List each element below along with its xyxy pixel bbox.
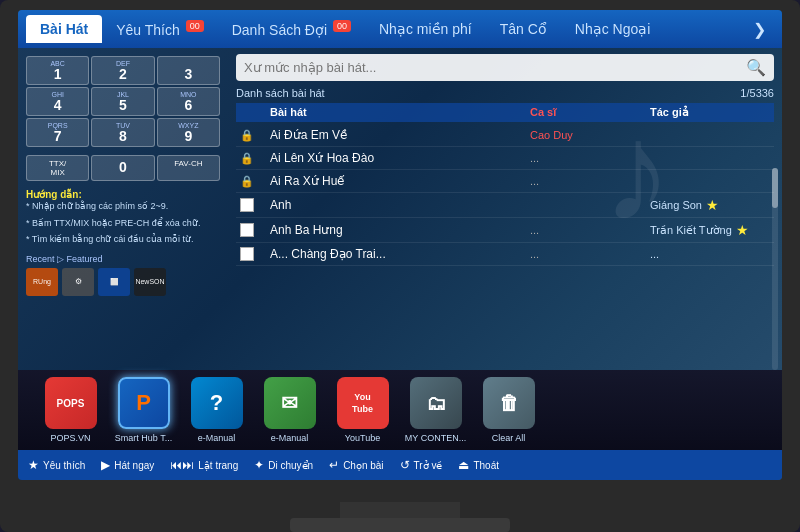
left-panel: ABC 1 DEF 2 3 GHI 4 — [18, 48, 228, 370]
email-icon: ✉ — [264, 377, 316, 429]
my-content-label: MY CONTEN... — [405, 433, 466, 443]
star-status-icon: ★ — [28, 458, 39, 472]
yeu-thich-badge: 00 — [186, 20, 204, 32]
play-icon: ▶ — [101, 458, 110, 472]
app-icon-newson[interactable]: NewSON — [134, 268, 166, 296]
status-tro-ve[interactable]: ↺ Trở về — [400, 458, 443, 472]
song-row[interactable]: 🔒 Ai Đứa Em Về Cao Duy — [236, 124, 774, 147]
app-icon-popsid[interactable]: POPS POPS.VN — [38, 377, 103, 443]
status-lat-trang[interactable]: ⏮⏭ Lật trang — [170, 458, 238, 472]
popsid-label: POPS.VN — [50, 433, 90, 443]
nav-arrow[interactable]: ❯ — [745, 20, 774, 39]
app-icon-clear-all[interactable]: 🗑 Clear All — [476, 377, 541, 443]
emanual-icon: ? — [191, 377, 243, 429]
youtube-label: YouTube — [345, 433, 380, 443]
back-icon: ↺ — [400, 458, 410, 472]
nav-item-tan-co[interactable]: Tân Cổ — [486, 15, 561, 43]
app-icon-smart-hub[interactable]: P Smart Hub T... — [111, 377, 176, 443]
popsid-icon: POPS — [45, 377, 97, 429]
tv-frame: ♪ Bài Hát Yêu Thích 00 Danh Sách Đợi 00 … — [0, 0, 800, 532]
song-checkbox[interactable] — [240, 198, 254, 212]
instructions-title: Hướng dẫn: — [26, 189, 220, 200]
app-icon-my-content[interactable]: 🗂 MY CONTEN... — [403, 377, 468, 443]
emanual-label: e-Manual — [198, 433, 236, 443]
key-row-special: TTX/MIX 0 FAV-CH — [26, 155, 220, 181]
lock-icon: 🔒 — [240, 175, 270, 188]
song-row[interactable]: 🔒 Ai Lên Xứ Hoa Đào ... — [236, 147, 774, 170]
app-icon-emanual[interactable]: ? e-Manual — [184, 377, 249, 443]
col-artist-header: Ca sĩ — [530, 106, 650, 119]
select-icon: ↵ — [329, 458, 339, 472]
star-icon: ★ — [706, 197, 719, 213]
search-input[interactable] — [244, 60, 746, 75]
app-icon-email[interactable]: ✉ e-Manual — [257, 377, 322, 443]
smart-hub-icon: P — [118, 377, 170, 429]
top-navigation: Bài Hát Yêu Thích 00 Danh Sách Đợi 00 Nh… — [18, 10, 782, 48]
search-bar: 🔍 — [236, 54, 774, 81]
song-checkbox[interactable] — [240, 223, 254, 237]
song-checkbox[interactable] — [240, 247, 254, 261]
nav-item-nhac-ngoai[interactable]: Nhạc Ngoại — [561, 15, 665, 43]
nav-item-bai-hat[interactable]: Bài Hát — [26, 15, 102, 43]
col-song-header: Bài hát — [270, 106, 530, 119]
key-5[interactable]: JKL 5 — [91, 87, 154, 116]
instruction-3: * Tìm kiếm bằng chữ cái đầu của mỗi từ. — [26, 233, 220, 246]
nav-item-nhac-mien-phi[interactable]: Nhạc miền phí — [365, 15, 486, 43]
tv-screen: ♪ Bài Hát Yêu Thích 00 Danh Sách Đợi 00 … — [18, 10, 782, 480]
danh-sach-badge: 00 — [333, 20, 351, 32]
app-icon-featured[interactable]: ⬜ — [98, 268, 130, 296]
status-chon-bai[interactable]: ↵ Chọn bài — [329, 458, 383, 472]
nav-item-yeu-thich[interactable]: Yêu Thích 00 — [102, 14, 217, 44]
col-composer-header: Tác giả — [650, 106, 770, 119]
song-composer: Trần Kiết Tường — [650, 224, 732, 237]
song-row[interactable]: Anh Giáng Son ★ — [236, 193, 774, 218]
song-row[interactable]: Anh Ba Hưng ... Trần Kiết Tường ★ — [236, 218, 774, 243]
keyboard-grid: ABC 1 DEF 2 3 GHI 4 — [26, 56, 220, 147]
song-name: Ai Đứa Em Về — [270, 128, 530, 142]
my-content-icon: 🗂 — [410, 377, 462, 429]
list-title: Danh sách bài hát — [236, 87, 325, 99]
key-zero[interactable]: 0 — [91, 155, 154, 181]
youtube-icon: You Tube — [337, 377, 389, 429]
key-2[interactable]: DEF 2 — [91, 56, 154, 85]
app-icon-settings[interactable]: ⚙ — [62, 268, 94, 296]
song-name: Ai Lên Xứ Hoa Đào — [270, 151, 530, 165]
table-header: Bài hát Ca sĩ Tác giả — [236, 103, 774, 122]
key-ttx[interactable]: TTX/MIX — [26, 155, 89, 181]
search-icon[interactable]: 🔍 — [746, 58, 766, 77]
status-hat-ngay[interactable]: ▶ Hát ngay — [101, 458, 154, 472]
instruction-1: * Nhập chữ bằng các phím số 2~9. — [26, 200, 220, 213]
app-icon-youtube[interactable]: You Tube YouTube — [330, 377, 395, 443]
main-content: ABC 1 DEF 2 3 GHI 4 — [18, 48, 782, 370]
key-1[interactable]: ABC 1 — [26, 56, 89, 85]
key-8[interactable]: TUV 8 — [91, 118, 154, 147]
key-9[interactable]: WXYZ 9 — [157, 118, 220, 147]
instruction-2: * Bấm TTX/MIX hoặc PRE-CH để xóa chữ. — [26, 217, 220, 230]
song-composer: ... — [650, 248, 770, 260]
instructions: Hướng dẫn: * Nhập chữ bằng các phím số 2… — [26, 189, 220, 246]
recent-section: Recent ▷ Featured — [26, 254, 220, 264]
status-thoat[interactable]: ⏏ Thoát — [458, 458, 499, 472]
key-4[interactable]: GHI 4 — [26, 87, 89, 116]
skip-icon: ⏮⏭ — [170, 458, 194, 472]
nav-item-danh-sach-doi[interactable]: Danh Sách Đợi 00 — [218, 14, 365, 44]
key-7[interactable]: PQRS 7 — [26, 118, 89, 147]
key-6[interactable]: MNO 6 — [157, 87, 220, 116]
scrollbar-thumb[interactable] — [772, 168, 778, 208]
status-di-chuyen[interactable]: ✦ Di chuyển — [254, 458, 313, 472]
song-artist: Cao Duy — [530, 129, 650, 141]
song-artist: ... — [530, 224, 650, 236]
key-fav-ch[interactable]: FAV-CH — [157, 155, 220, 181]
clear-all-label: Clear All — [492, 433, 526, 443]
song-artist: ... — [530, 248, 650, 260]
status-yeu-thich[interactable]: ★ Yêu thích — [28, 458, 85, 472]
exit-icon: ⏏ — [458, 458, 469, 472]
song-row[interactable]: 🔒 Ai Ra Xứ Huế ... — [236, 170, 774, 193]
scrollbar[interactable] — [772, 168, 778, 370]
app-icon-rung[interactable]: RUng — [26, 268, 58, 296]
song-row[interactable]: A... Chàng Đạo Trai... ... ... — [236, 243, 774, 266]
tv-stand-base — [290, 518, 510, 532]
right-panel: 🔍 Danh sách bài hát 1/5336 Bài hát Ca sĩ… — [228, 48, 782, 370]
key-3[interactable]: 3 — [157, 56, 220, 85]
clear-all-icon: 🗑 — [483, 377, 535, 429]
